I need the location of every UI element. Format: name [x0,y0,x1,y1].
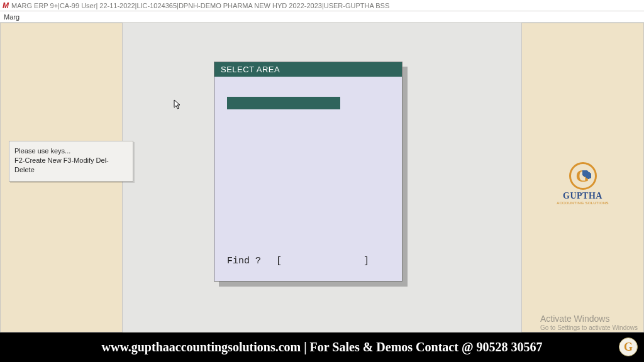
workspace: Please use keys... F2-Create New F3-Modi… [0,23,644,332]
brand-name: GUPTHA [553,191,613,201]
dialog-body: Find ? [ ] [214,77,402,280]
mouse-cursor-icon [174,99,181,111]
brand-subtitle: ACCOUNTING SOLUTIONS [553,201,613,205]
footer-logo-icon: G [619,337,638,356]
watermark-title: Activate Windows [540,314,638,324]
selected-area-row[interactable] [227,97,340,109]
find-label: Find ? [227,256,261,266]
app-logo-icon: M [3,1,9,10]
watermark-sub: Go to Settings to activate Windows [540,324,638,332]
brand-mark-icon: G [569,162,597,190]
select-area-dialog: SELECT AREA Find ? [ ] [214,62,402,282]
bracket-open: [ [276,256,282,266]
find-row: Find ? [ ] [227,256,389,266]
brand-logo: G GUPTHA ACCOUNTING SOLUTIONS [553,162,613,205]
hint-line-1: Please use keys... [14,146,128,156]
activate-windows-watermark: Activate Windows Go to Settings to activ… [540,314,638,331]
footer-banner: www.gupthaaccountingsolutions.com | For … [0,332,644,362]
bracket-close: ] [364,256,369,266]
footer-text: www.gupthaaccountingsolutions.com | For … [102,340,543,354]
hint-line-2: F2-Create New F3-Modify Del-Delete [14,156,128,175]
window-title: MARG ERP 9+|CA-99 User| 22-11-2022|LIC-1… [11,2,389,9]
menu-item-marg[interactable]: Marg [4,13,19,21]
dialog-title: SELECT AREA [214,62,402,77]
find-input[interactable] [282,256,364,266]
menu-bar: Marg [0,11,644,23]
window-titlebar: M MARG ERP 9+|CA-99 User| 22-11-2022|LIC… [0,0,644,11]
shortcut-hint-box: Please use keys... F2-Create New F3-Modi… [9,141,133,182]
